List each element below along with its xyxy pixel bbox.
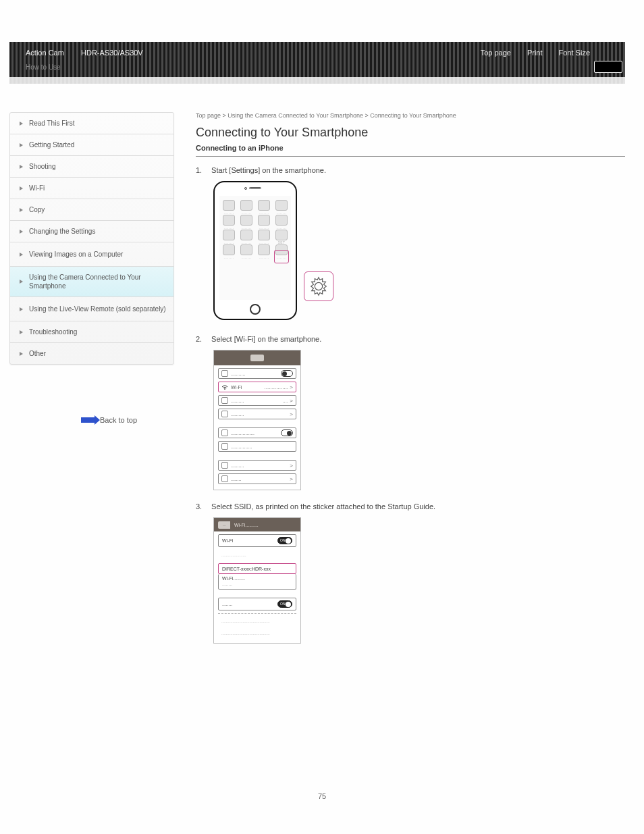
sidebar-item-copy[interactable]: Copy [10,199,173,221]
sidebar-item-label: Read This First [29,120,75,127]
wifi-toggle-label: Wi-Fi [222,538,233,543]
sidebar-item-trouble[interactable]: Troubleshooting [10,321,173,343]
settings-row: ................ [218,441,296,452]
settings-row-wifi: Wi-Fi................ > [218,382,296,392]
nav-top[interactable]: Top page [481,49,511,57]
chevron-right-icon [20,330,23,334]
nav-font[interactable]: Font Size [559,49,590,57]
toolbar-icon [250,355,264,361]
settings-row: .............. > [218,395,296,406]
page-subtitle: Connecting to an iPhone [196,144,625,152]
divider [196,156,625,157]
sidebar-item-settings[interactable]: Changing the Settings [10,221,173,242]
chevron-right-icon [20,165,23,169]
sidebar-item-label: Wi-Fi [29,184,45,192]
header-model: HDR-AS30/AS30V [81,49,143,57]
header-nav: Top page Print Font Size [481,49,590,57]
sidebar-item-shooting[interactable]: Shooting [10,156,173,178]
ssid-text: DIRECT-xxxx:HDR-xxx [222,567,271,571]
toggle-on-icon: ON [277,600,292,608]
chevron-right-icon [20,186,23,190]
nav-print[interactable]: Print [527,49,543,57]
sidebar: Read This First Getting Started Shooting… [9,112,174,365]
gear-icon [307,275,330,298]
sidebar-item-label: Copy [29,206,45,213]
phone-illustration-home: ........ ........ ........ ........ ....… [213,181,297,320]
gear-icon-callout [304,271,333,301]
sidebar-item-computer[interactable]: Viewing Images on a Computer [10,242,173,267]
sidebar-item-label: Getting Started [29,141,74,149]
step-2: 2. Select [Wi-Fi] on the smartphone. [196,335,625,343]
back-to-top-link[interactable]: Back to top [81,416,137,424]
chevron-right-icon [20,307,23,311]
svg-point-0 [315,282,322,290]
wifi-toggle-row: Wi-Fi ON [218,534,296,547]
sidebar-item-getting-started[interactable]: Getting Started [10,134,173,156]
arrow-right-icon [81,417,96,423]
wifi-icon [221,384,228,390]
choose-network-text: ...................... [218,550,296,561]
sidebar-item-wifi[interactable]: Wi-Fi [10,178,173,199]
chevron-right-icon [20,143,23,147]
step-number: 2. [196,335,209,343]
step-number: 1. [196,166,209,174]
other-network-label: Wi-Fi......... [222,576,245,581]
step-text: Start [Settings] on the smartphone. [211,166,326,174]
page-title: Connecting to Your Smartphone [196,126,625,140]
settings-app-label: SET [275,241,288,244]
chevron-right-icon [20,253,23,257]
settings-panel: ........... Wi-Fi................ > ....… [213,350,301,490]
wifi-header: Wi-Fi.......... [234,523,259,527]
main-content: Top page > Using the Camera Connected to… [196,112,625,656]
sidebar-item-label: Shooting [29,163,55,170]
other-network-row: Wi-Fi......... ........ [218,574,296,590]
step-number: 3. [196,502,209,511]
page-number: 75 [0,792,644,800]
sidebar-item-other[interactable]: Other [10,343,173,364]
sidebar-item-label: Viewing Images on a Computer [29,250,123,259]
sidebar-item-liveview[interactable]: Using the Live-View Remote (sold separat… [10,297,173,321]
settings-row: ..........> [218,460,296,471]
sidebar-item-label: Using the Live-View Remote (sold separat… [29,305,166,313]
header-fade [9,68,625,84]
chevron-right-icon [20,352,23,356]
step-3: 3. Select SSID, as printed on the sticke… [196,502,625,511]
search-box[interactable] [594,61,622,73]
wifi-label: Wi-Fi [231,385,265,390]
sidebar-item-label: Using the Camera Connected to Your Smart… [29,273,167,290]
settings-row: ........> [218,473,296,484]
settings-row: ..........> [218,409,296,419]
chevron-right-icon [20,208,23,212]
step-1: 1. Start [Settings] on the smartphone. [196,166,625,174]
settings-icon-highlight [274,250,289,263]
step-text: Select [Wi-Fi] on the smartphone. [211,335,321,343]
sidebar-item-smartphone[interactable]: Using the Camera Connected to Your Smart… [10,267,173,297]
header-brand: Action Cam [26,49,64,57]
sidebar-item-label: Other [29,350,46,357]
howto-text: How to Use [26,63,61,71]
password-dots: ........ [222,582,233,587]
back-to-top-label: Back to top [100,416,137,424]
breadcrumb: Top page > Using the Camera Connected to… [196,112,625,119]
sidebar-item-read-first[interactable]: Read This First [10,113,173,134]
chevron-right-icon [20,280,23,284]
sidebar-item-label: Changing the Settings [29,228,95,235]
sidebar-item-label: Troubleshooting [29,328,77,336]
settings-row: .................. [218,427,296,438]
wifi-panel: ... Wi-Fi.......... Wi-Fi ON ...........… [213,517,301,644]
toggle-on-icon: ON [277,537,292,544]
chevron-right-icon [20,122,23,126]
chevron-right-icon [20,230,23,234]
settings-row: ........... [218,368,296,379]
svg-point-1 [224,388,225,390]
ssid-row: DIRECT-xxxx:HDR-xxx [218,563,296,574]
back-button: ... [218,521,230,529]
setting-toggle-row: ........ON [218,598,296,610]
info-text: ........................................… [218,628,296,639]
info-text: ........................................… [218,616,296,627]
step-text: Select SSID, as printed on the sticker a… [211,502,435,511]
